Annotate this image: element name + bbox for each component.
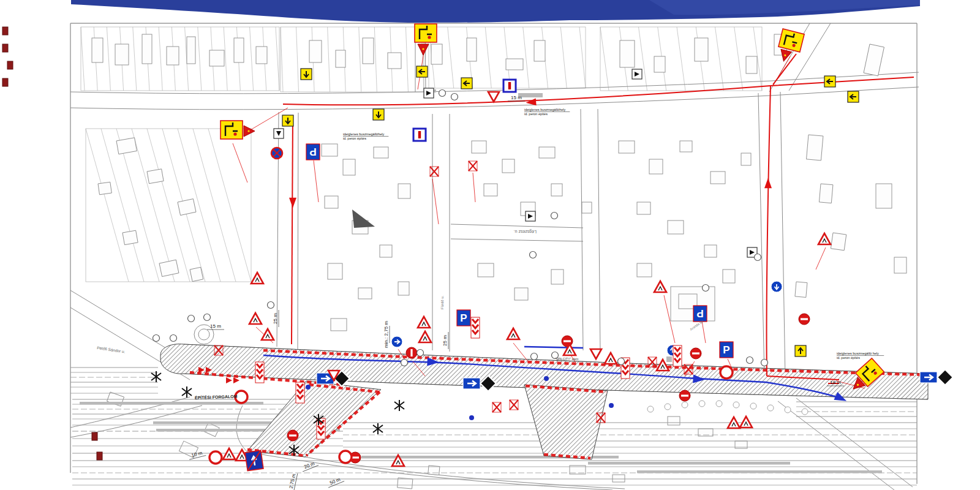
building [831, 233, 846, 251]
label-line: ideiglenes buszmegállóhely [343, 132, 385, 136]
marker-dot [469, 415, 474, 420]
parcel-line [485, 27, 491, 88]
building [380, 245, 392, 257]
building [819, 184, 833, 203]
platform [80, 402, 263, 405]
minor-sign-circle [761, 360, 768, 366]
building [612, 475, 625, 482]
no-entry-bar [564, 340, 571, 342]
no-entry-sign [287, 430, 298, 441]
minor-sign-circle [268, 302, 274, 309]
street-edge [298, 113, 298, 349]
dimension-label: min.: 2,75 m [383, 321, 389, 348]
building [398, 184, 410, 198]
level-crossing-mark [151, 371, 161, 382]
label-line: Légszesz u. [514, 229, 537, 234]
oneway-and-priority-signs [920, 369, 953, 385]
street-edge [70, 72, 919, 94]
level-crossing-mark [394, 400, 404, 411]
tree [767, 405, 774, 411]
building [723, 270, 735, 283]
no-entry-sign [406, 347, 417, 358]
give-way-sign [488, 92, 499, 102]
building [336, 50, 345, 67]
building [209, 50, 224, 66]
tree [802, 409, 808, 415]
parcel-line [328, 27, 330, 92]
detour-map-sign [221, 121, 255, 139]
removed-parking-cross [469, 161, 477, 171]
leader-line [702, 321, 706, 343]
parcel-line [523, 27, 529, 88]
restriction-bar-sign [413, 129, 426, 141]
building [741, 153, 751, 165]
traffic-plan-map: PPPP 15 m15 m10 m20 m50 m2.75 mmin.: 2,7… [0, 0, 980, 490]
minor-sign-circle [451, 94, 458, 100]
platform [637, 470, 882, 473]
marker-dot [306, 385, 311, 390]
leader-line [314, 160, 318, 202]
building [551, 270, 564, 284]
map-text-label: Légszesz u. [514, 229, 537, 234]
no-entry-bar [681, 394, 688, 396]
label-line: ideiglenes buszmegállóhely [524, 108, 566, 111]
building [167, 47, 179, 65]
building [256, 47, 267, 64]
chevron-guide-board [255, 362, 264, 383]
edge-legend-mark [97, 452, 102, 460]
removed-parking-cross [510, 400, 518, 410]
parcel-line [107, 27, 110, 91]
prohibition-ring-sign [209, 451, 222, 464]
building [551, 184, 562, 196]
tree [665, 404, 671, 410]
give-way-triangle [488, 92, 499, 102]
parcel-line [281, 27, 283, 92]
leader-line [473, 173, 475, 202]
yellow-arrow-sign [373, 109, 384, 120]
street-edge [778, 401, 894, 490]
building [431, 44, 442, 64]
roadworks-warning-sign [507, 328, 519, 339]
map-text-label: Petőfi Sándor u. [97, 345, 126, 353]
level-crossing-mark [182, 386, 192, 398]
parcel-line [208, 129, 251, 282]
detour-board [415, 24, 437, 42]
chevron-guide-board [296, 382, 304, 403]
building [398, 282, 409, 295]
tree [750, 403, 756, 409]
building [322, 144, 337, 156]
crossing-x-icon [394, 400, 404, 411]
edge-legend-mark [7, 61, 13, 69]
parking-sign: P [720, 342, 733, 358]
building [484, 184, 497, 196]
no-entry-bar [410, 349, 412, 356]
minor-sign-circle [551, 213, 558, 219]
give-way-triangle [590, 349, 601, 359]
shelter [518, 93, 543, 97]
no-stopping-sign [271, 148, 282, 159]
roadworks-warning-sign [654, 281, 666, 292]
building [807, 135, 823, 160]
no-entry-bar [352, 456, 359, 458]
building [680, 141, 692, 152]
building [502, 159, 514, 173]
roadworks-warning-sign [418, 317, 430, 328]
building [654, 56, 665, 72]
parking-letter: P [696, 307, 703, 319]
ring-circle [209, 451, 222, 464]
yellow-arrow-sign [824, 76, 835, 87]
minor-sign-circle [401, 360, 408, 366]
yellow-arrow-sign [848, 91, 859, 102]
street-edge [451, 224, 583, 228]
restriction-bar-sign [503, 80, 516, 92]
building [467, 38, 477, 61]
tree [699, 401, 705, 407]
detour-board [221, 121, 243, 139]
map-text-label: "SPA-CITY" elem [555, 357, 578, 361]
parking-sign: P [693, 306, 707, 322]
building [894, 257, 907, 273]
red-route-arrow [764, 178, 772, 188]
building [620, 40, 635, 67]
tree [647, 406, 654, 412]
tree [733, 402, 739, 408]
